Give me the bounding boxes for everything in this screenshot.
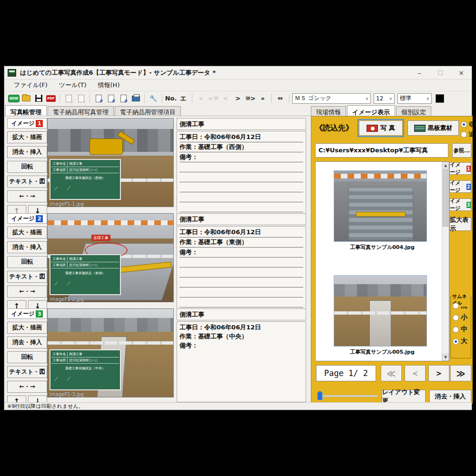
entry-1-title[interactable]: 側溝工事 [177,118,306,130]
copy-icon [66,95,72,102]
entry-2-title[interactable]: 側溝工事 [177,213,306,225]
next-page-nav-button[interactable]: ＞ [428,365,449,381]
thumbnail-list[interactable]: 工事写真サンプル004.jpg 工事写真サンプル005.jpg ▲ ▼ [315,161,449,361]
thumbnail-005[interactable] [334,275,427,347]
preview-select-button[interactable] [118,93,129,104]
page-slider[interactable] [317,391,378,401]
thumbnail-scrollbar[interactable]: ▲ ▼ [442,162,449,361]
image3-rotate-button[interactable]: 回転 [7,351,47,363]
recorded-board-radio[interactable]: 収録黒板 [461,120,476,129]
open-file-button[interactable] [20,93,32,104]
image1-delete-insert-button[interactable]: 消去・挿入 [7,146,47,158]
close-button[interactable]: × [451,66,472,79]
forward-10-pages-button[interactable]: ⑩> [245,93,256,104]
entry-1-date: 工事日：令和06年06月12日 [179,132,303,142]
chevron-down-icon: ∨ [423,96,429,101]
maximize-button[interactable] [430,66,451,79]
entry-2-body[interactable]: 工事日：令和06年06月12日 作業：基礎工事（東側） 備考： [177,226,306,318]
photo-2[interactable]: 基礎工事 工事件名側溝工事 工事場所淀川区栄南町○−○ 基礎工事実施状況（東側）… [47,213,174,302]
photo-1[interactable]: 工事件名側溝工事 工事場所淀川区栄南町○−○ 基礎工事実施状況（西側） ／ ／ … [47,118,174,207]
print-button[interactable] [130,93,141,104]
image3-text-figure-button[interactable]: テキスト・図 [7,366,47,378]
panel-image3-button[interactable]: イメージ3 [449,198,471,211]
image3-zoom-draw-button[interactable]: 拡大・描画 [7,322,47,334]
preview-page-button[interactable] [93,93,104,104]
last-page-nav-button[interactable]: ≫ [450,365,471,381]
entry-1-body[interactable]: 工事日：令和06年06月12日 作業：基礎工事（西側） 備考： [177,131,306,223]
first-page-nav-button[interactable]: ≪ [381,365,402,381]
pdf-icon: PDF [46,95,56,102]
image2-delete-insert-button[interactable]: 消去・挿入 [7,241,47,253]
image1-rotate-button[interactable]: 回転 [7,161,47,173]
zoom-display-button[interactable]: 拡大表示 [449,218,471,231]
pdf-export-button[interactable]: PDF [45,93,57,104]
settings-wrench-button[interactable]: 🔧 [148,93,159,104]
panel-image1-button[interactable]: イメージ1 [449,162,471,175]
slider-thumb[interactable] [317,391,323,400]
scroll-down-icon[interactable]: ▼ [442,354,449,361]
badge-1: 1 [466,166,471,172]
thumb-size-small-radio[interactable]: 小 [453,313,471,322]
delete-insert-button[interactable]: 消去・挿入 [429,390,471,403]
panel-image2-button[interactable]: イメージ2 [449,180,471,193]
image1-text-figure-button[interactable]: テキスト・図 [7,176,47,188]
board-value: 淀川区栄南町○−○ [68,168,98,172]
blackboard-source-button[interactable]: 黒板素材 [407,120,459,136]
image3-move-lr-button[interactable]: ←・→ [7,381,47,393]
image1-zoom-draw-button[interactable]: 拡大・描画 [7,131,47,143]
preview-all-button[interactable] [105,93,117,104]
prev-page-nav-button[interactable]: ＜ [405,365,426,381]
image2-move-lr-button[interactable]: ←・→ [7,286,47,298]
browse-button[interactable]: 参照... [452,143,471,158]
thumb-size-medium-radio[interactable]: 中 [453,325,471,334]
menu-info[interactable]: 情報(H) [93,80,125,90]
font-style-value: 標準 [400,94,411,102]
image2-rotate-button[interactable]: 回転 [7,256,47,268]
scrollbar-thumb[interactable] [443,169,448,227]
text-color-swatch[interactable] [436,94,444,103]
entry-3-title[interactable]: 側溝工事 [177,308,306,320]
entry-3-body[interactable]: 工事日：令和06年06月12日 作業：基礎工事（中央） 備考： [177,321,306,402]
badge-3: 3 [36,310,43,317]
folder-path-input[interactable]: C:¥Users¥xxx¥Desktop¥工事写真 [315,143,448,158]
board-date: ／ ／ [51,373,119,382]
window-title: はじめての工事写真作成6【工事写真モード】- サンプル工事データ * [20,69,216,77]
image2-zoom-draw-button[interactable]: 拡大・描画 [7,227,47,238]
last-page-button[interactable]: » [257,93,268,104]
thumb-size-large-radio[interactable]: 大 [453,337,471,346]
board-value: 淀川区栄南町○−○ [68,263,98,268]
next-page-button[interactable]: > [232,93,244,104]
toolbar: NEW PDF 🔧 No. エ « <⑩ < > ⑩> » ⇔ ＭＳ ゴシック∨… [4,91,472,105]
entry-1-note: 備考： [179,152,303,162]
image1-move-lr-button[interactable]: ←・→ [7,190,47,202]
font-size-select[interactable]: 12∨ [374,93,395,104]
layout-change-button[interactable]: レイアウト変更 [382,390,426,403]
photo-3[interactable]: 工事件名側溝工事 工事場所淀川区栄南町○−○ 基礎工事実施状況（中央） ／ ／ … [47,308,174,397]
label: イメージ [450,179,466,194]
swap-button[interactable]: ⇔ [275,93,286,104]
thumbnail-004[interactable] [334,170,427,242]
font-select[interactable]: ＭＳ ゴシック∨ [292,93,371,104]
added-board-radio[interactable]: 追加黒板 [461,130,476,139]
menu-file[interactable]: ファイル(F) [9,80,52,90]
page-number-button[interactable]: No. [165,93,177,104]
preview-page-icon [96,95,102,102]
blackboard-2: 工事件名側溝工事 工事場所淀川区栄南町○−○ 基礎工事実施状況（東側） ／ ／ [50,254,121,295]
save-button[interactable] [33,93,44,104]
menu-tools[interactable]: ツール(T) [54,80,91,90]
scroll-up-icon[interactable]: ▲ [442,162,449,169]
status-message: ※9行目以降は印刷されません。 [7,403,84,410]
photo-source-button[interactable]: 写 真 [359,120,403,136]
board-label: 工事件名 [51,257,68,261]
recorded-board-label: 収録黒板 [469,120,476,129]
font-style-select[interactable]: 標準∨ [397,93,432,104]
text-width-button[interactable]: エ [178,93,189,104]
board-value: 側溝工事 [68,257,82,261]
image3-delete-insert-button[interactable]: 消去・挿入 [7,337,47,348]
blackboard-3: 工事件名側溝工事 工事場所淀川区栄南町○−○ 基礎工事実施状況（中央） ／ ／ [50,349,121,390]
photo-3-filename: imageP1-3.jpg [50,392,84,397]
minimize-button[interactable]: – [409,66,430,79]
new-file-button[interactable]: NEW [8,93,20,104]
font-size-value: 12 [376,95,383,102]
image2-text-figure-button[interactable]: テキスト・図 [7,271,47,283]
